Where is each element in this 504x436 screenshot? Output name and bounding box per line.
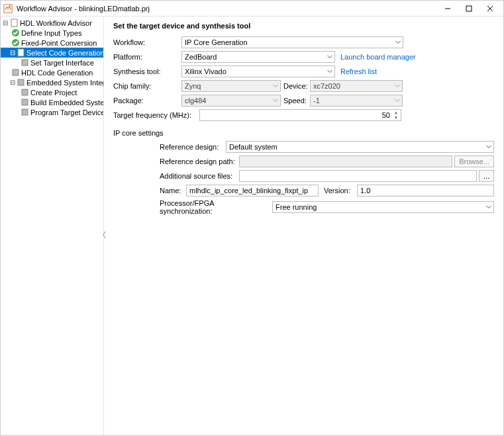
chevron-down-icon xyxy=(395,99,400,103)
tree-item-set-target-interface[interactable]: Set Target Interface xyxy=(1,58,103,67)
minimize-icon xyxy=(444,5,451,12)
refresh-list-link[interactable]: Refresh list xyxy=(340,67,377,75)
svg-rect-6 xyxy=(18,49,24,56)
browse-button: Browse... xyxy=(454,155,494,167)
maximize-button[interactable] xyxy=(458,1,479,16)
chipfamily-select: Zynq xyxy=(181,80,281,92)
tree-item-label: Set Target Interface xyxy=(30,59,94,67)
tree-item-build-embedded[interactable]: Build Embedded System xyxy=(1,97,103,107)
chevron-down-icon xyxy=(486,206,491,209)
addsrc-field[interactable] xyxy=(239,170,477,182)
main-panel: Set the target device and synthesis tool… xyxy=(104,17,503,435)
ipcore-heading: IP core settings xyxy=(113,129,494,137)
page-icon xyxy=(17,48,25,57)
speed-select: -1 xyxy=(310,95,403,107)
chevron-down-icon xyxy=(486,146,491,149)
tree-item-program-target[interactable]: Program Target Device xyxy=(1,107,103,117)
check-icon xyxy=(11,38,20,47)
tree-item-define-input[interactable]: Define Input Types xyxy=(1,28,103,38)
step-icon xyxy=(21,108,29,116)
device-label: Device: xyxy=(283,82,310,90)
ellipsis-button[interactable]: ... xyxy=(479,170,494,182)
app-icon xyxy=(3,4,13,13)
tree-item-label: Program Target Device xyxy=(30,109,104,116)
tree-item-fixed-point[interactable]: Fixed-Point Conversion xyxy=(1,38,103,48)
platform-select[interactable]: ZedBoard xyxy=(181,51,335,63)
tree-item-label: Fixed-Point Conversion xyxy=(21,39,97,47)
name-field[interactable]: mlhdlc_ip_core_led_blinking_fixpt_ip xyxy=(186,185,319,196)
step-icon xyxy=(11,68,20,77)
chevron-down-icon xyxy=(273,99,278,103)
close-button[interactable] xyxy=(479,1,501,16)
svg-rect-7 xyxy=(22,60,28,65)
chevron-down-icon xyxy=(395,41,401,44)
svg-rect-8 xyxy=(13,69,19,75)
refdesign-select[interactable]: Default system xyxy=(226,141,494,153)
name-label: Name: xyxy=(160,187,186,195)
device-select: xc7z020 xyxy=(310,80,403,92)
tree-item-label: Select Code Generation Target xyxy=(26,49,104,57)
tree-group-embedded[interactable]: ⊟ Embedded System Integration xyxy=(1,77,103,87)
step-icon xyxy=(21,98,29,107)
chevron-down-icon xyxy=(327,70,332,73)
tree-item-label: Define Input Types xyxy=(21,29,82,37)
tree-item-label: Create Project xyxy=(30,89,77,97)
chevron-down-icon xyxy=(273,85,278,88)
svg-rect-10 xyxy=(22,89,28,95)
tree-sidebar: ⊟ HDL Workflow Advisor Define Input Type… xyxy=(1,17,104,435)
svg-rect-2 xyxy=(466,6,472,11)
collapse-icon[interactable]: ⊟ xyxy=(10,49,15,56)
targetfreq-label: Target frequency (MHz): xyxy=(113,111,199,119)
svg-rect-9 xyxy=(18,79,24,85)
window-title: Workflow Advisor - blinkingLEDmatlab.prj xyxy=(17,5,437,13)
targetfreq-spinner[interactable]: 50 ▲ ▼ xyxy=(199,109,401,121)
synthesis-select[interactable]: Xilinx Vivado xyxy=(181,65,335,77)
chevron-down-icon xyxy=(327,56,332,59)
platform-label: Platform: xyxy=(113,53,181,61)
tree-root[interactable]: ⊟ HDL Workflow Advisor xyxy=(1,18,103,28)
workflow-select[interactable]: IP Core Generation xyxy=(181,36,403,48)
speed-label: Speed: xyxy=(283,97,310,105)
version-label: Version: xyxy=(324,187,357,195)
svg-rect-11 xyxy=(22,99,28,105)
splitter-handle[interactable] xyxy=(103,230,107,240)
step-icon xyxy=(21,88,29,97)
sync-select[interactable]: Free running xyxy=(272,201,494,213)
collapse-icon[interactable]: ⊟ xyxy=(10,79,15,86)
check-icon xyxy=(11,28,20,37)
refpath-field xyxy=(239,155,452,167)
tree-item-create-project[interactable]: Create Project xyxy=(1,87,103,97)
synthesis-label: Synthesis tool: xyxy=(113,67,181,75)
launch-board-manager-link[interactable]: Launch board manager xyxy=(340,53,416,61)
page-icon xyxy=(10,19,19,27)
refpath-label: Reference design path: xyxy=(160,157,239,165)
svg-rect-3 xyxy=(11,19,17,26)
tree-item-select-target[interactable]: ⊟ Select Code Generation Target xyxy=(1,48,103,58)
maximize-icon xyxy=(466,5,472,12)
spinner-up-button[interactable]: ▲ xyxy=(392,110,400,115)
tree-item-hdl-code-gen[interactable]: HDL Code Generation xyxy=(1,67,103,77)
spinner-down-button[interactable]: ▼ xyxy=(392,115,400,120)
chevron-down-icon xyxy=(395,85,400,88)
tree-root-label: HDL Workflow Advisor xyxy=(20,19,92,27)
step-icon xyxy=(17,78,25,87)
tree-item-label: HDL Code Generation xyxy=(21,69,93,77)
collapse-icon[interactable]: ⊟ xyxy=(2,19,9,26)
svg-rect-12 xyxy=(22,109,28,115)
workflow-label: Workflow: xyxy=(113,38,181,46)
chipfamily-label: Chip family: xyxy=(113,82,181,90)
package-label: Package: xyxy=(113,97,181,105)
version-field[interactable]: 1.0 xyxy=(357,185,494,196)
sync-label: Processor/FPGA synchronization: xyxy=(160,199,272,215)
titlebar: Workflow Advisor - blinkingLEDmatlab.prj xyxy=(1,1,503,17)
step-icon xyxy=(21,58,29,67)
tree-item-label: Build Embedded System xyxy=(30,99,104,107)
minimize-button[interactable] xyxy=(437,1,458,16)
page-title: Set the target device and synthesis tool xyxy=(113,22,494,30)
close-icon xyxy=(487,5,493,12)
package-select: clg484 xyxy=(181,95,281,107)
refdesign-label: Reference design: xyxy=(160,143,226,151)
addsrc-label: Additional source files: xyxy=(160,172,239,180)
tree-item-label: Embedded System Integration xyxy=(26,79,104,87)
